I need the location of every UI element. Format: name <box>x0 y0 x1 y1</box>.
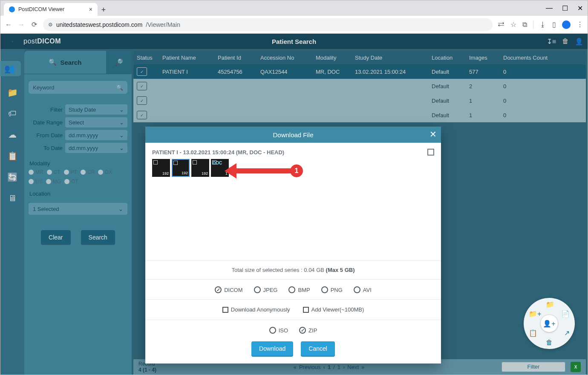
translate-icon[interactable]: ⮂ <box>498 21 504 29</box>
url-input[interactable]: ⚙ unitedstateswest.postdicom.com/Viewer/… <box>43 18 493 31</box>
series-thumbnail[interactable]: 192 <box>172 159 190 177</box>
archive-radio-zip[interactable]: ZIP <box>299 327 317 334</box>
browser-tab-bar: PostDICOM Viewer × + <box>0 0 588 16</box>
prev-button[interactable]: Previous <box>299 364 321 370</box>
close-icon[interactable]: ✕ <box>429 129 437 139</box>
table-row[interactable]: ✓Default20 <box>133 79 586 93</box>
th-date[interactable]: Study Date <box>355 55 432 61</box>
format-radio-bmp[interactable]: BMP <box>288 286 310 293</box>
modality-chip-dx[interactable]: DX <box>98 169 112 175</box>
rail-screens-icon[interactable]: 🖥 <box>8 193 17 203</box>
back-icon[interactable]: ← <box>5 21 12 29</box>
rail-worklist-icon[interactable]: 📋 <box>7 151 18 161</box>
next-page-icon[interactable]: › <box>343 364 345 370</box>
to-date-input[interactable]: dd.mm.yyyy⌄ <box>65 143 127 153</box>
prev-page-icon[interactable]: ‹ <box>323 364 325 370</box>
modality-chip-mg[interactable]: MG <box>46 179 61 185</box>
radial-report-icon[interactable]: 📄 <box>561 310 570 318</box>
browser-tab[interactable]: PostDICOM Viewer × <box>4 3 98 16</box>
modality-chip-ot[interactable]: OT <box>64 179 78 185</box>
thumb-checkbox[interactable] <box>193 160 197 164</box>
rail-folder-icon[interactable]: 📁 <box>7 87 18 98</box>
radial-menu[interactable]: 📁 📄 ↗ 🗑 📋 📁+ 👤+ <box>524 298 575 349</box>
modality-chip-ct[interactable]: CT <box>47 169 61 175</box>
table-row[interactable]: ✓Default10 <box>133 108 586 122</box>
clear-button[interactable]: Clear <box>41 230 70 245</box>
filter-select[interactable]: Study Date⌄ <box>65 104 127 115</box>
chevron-down-icon: ⌄ <box>119 145 124 151</box>
radial-add-user-icon[interactable]: 👤+ <box>540 314 558 332</box>
modality-chip-mr[interactable]: MR <box>29 169 43 175</box>
th-loc[interactable]: Location <box>432 55 469 61</box>
downloads-icon[interactable]: ⭳ <box>539 21 546 29</box>
site-settings-icon[interactable]: ⚙ <box>48 22 53 28</box>
profile-avatar[interactable] <box>562 20 571 29</box>
url-path: /Viewer/Main <box>146 21 180 28</box>
date-range-select[interactable]: Select⌄ <box>65 117 127 127</box>
th-img[interactable]: Images <box>469 55 503 61</box>
search-tab[interactable]: 🔍 Search <box>24 51 106 74</box>
extensions-icon[interactable]: ⧉ <box>522 21 527 29</box>
cancel-button[interactable]: Cancel <box>301 341 335 356</box>
bookmark-icon[interactable]: ☆ <box>510 20 516 29</box>
archive-radio-iso[interactable]: ISO <box>269 327 288 334</box>
format-radio-png[interactable]: PNG <box>321 286 343 293</box>
new-tab-button[interactable]: + <box>98 4 110 16</box>
location-select[interactable]: 1 Selected⌄ <box>29 203 127 215</box>
maximize-icon[interactable]: ☐ <box>562 4 568 12</box>
series-thumbnail[interactable]: 192 <box>152 159 170 177</box>
rail-tags-icon[interactable]: 🏷 <box>8 109 17 118</box>
th-acc[interactable]: Accession No <box>260 55 316 61</box>
modality-chip-cr[interactable]: CR <box>81 169 95 175</box>
annotation-badge: 1 <box>290 164 303 177</box>
table-row[interactable]: ✓Default10 <box>133 93 586 108</box>
close-tab-icon[interactable]: × <box>89 6 92 13</box>
format-radio-dicom[interactable]: DICOM <box>215 286 242 293</box>
format-radio-avi[interactable]: AVI <box>354 286 372 293</box>
th-mod[interactable]: Modality <box>316 55 355 61</box>
add-viewer-checkbox[interactable]: Add Viewer(~100MB) <box>303 306 364 313</box>
thumb-checkbox[interactable] <box>153 160 158 164</box>
series-thumbnail[interactable]: 192 <box>191 159 209 177</box>
download-button[interactable]: Download <box>251 341 293 356</box>
radial-delete-icon[interactable]: 🗑 <box>546 339 553 346</box>
first-page-icon[interactable]: « <box>294 364 297 370</box>
radial-folder-icon[interactable]: 📁 <box>546 300 554 309</box>
keyword-input[interactable]: Keyword 🔍 <box>29 81 127 94</box>
search-button[interactable]: Search <box>81 230 115 245</box>
anonymize-checkbox[interactable]: Download Anonymously <box>222 306 290 313</box>
rail-patients-icon[interactable]: 👥 <box>0 61 21 76</box>
modality-chip-us[interactable]: US <box>29 179 43 185</box>
radial-add-folder-icon[interactable]: 📁+ <box>529 310 541 318</box>
th-status[interactable]: Status <box>137 55 162 61</box>
rail-upload-icon[interactable]: ☁ <box>8 130 17 140</box>
select-all-checkbox[interactable] <box>427 149 434 156</box>
last-page-icon[interactable]: » <box>361 364 364 370</box>
filter-button[interactable]: Filter <box>502 362 565 372</box>
advanced-search-tab[interactable]: 🔎 <box>106 51 132 74</box>
radial-share-icon[interactable]: ↗ <box>564 329 570 337</box>
modality-chip-pt[interactable]: PT <box>64 169 77 175</box>
minimize-icon[interactable]: — <box>546 4 553 12</box>
forward-icon[interactable]: → <box>17 21 25 29</box>
radial-form-icon[interactable]: 📋 <box>529 329 537 337</box>
next-button[interactable]: Next <box>347 364 359 370</box>
th-pid[interactable]: Patient Id <box>218 55 260 61</box>
url-host: unitedstateswest.postdicom.com <box>56 21 142 28</box>
rail-sync-icon[interactable]: 🔄 <box>7 172 18 182</box>
record-value: 4 (1 - 4) <box>138 367 156 373</box>
kebab-menu-icon[interactable]: ⋮ <box>576 20 583 29</box>
page-current: 1 <box>328 364 331 370</box>
export-excel-icon[interactable]: X <box>571 362 581 372</box>
modality-chips: MRCTPTCRDXUSMGOT <box>24 169 132 185</box>
thumb-checkbox[interactable] <box>173 161 178 165</box>
close-window-icon[interactable]: ✕ <box>577 4 583 12</box>
format-radio-jpeg[interactable]: JPEG <box>254 286 278 293</box>
th-name[interactable]: Patient Name <box>162 55 218 61</box>
table-row[interactable]: ✓PATIENT I45254756QAX12544MR, DOC13.02.2… <box>133 64 586 79</box>
reload-icon[interactable]: ⟳ <box>30 20 38 29</box>
from-date-label: From Date <box>29 132 63 138</box>
reader-icon[interactable]: ▯ <box>552 20 556 29</box>
from-date-input[interactable]: dd.mm.yyyy⌄ <box>65 130 127 140</box>
th-doc[interactable]: Documents Count <box>503 55 582 61</box>
